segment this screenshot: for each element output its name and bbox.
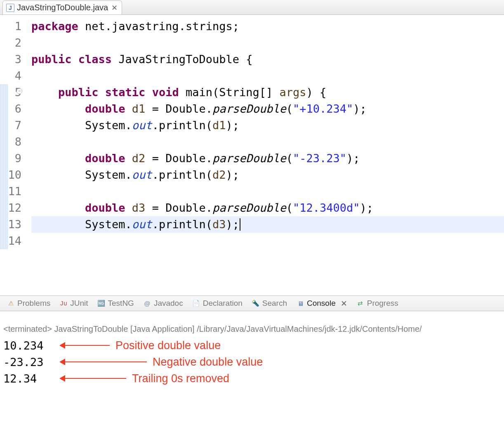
annotation-text: Trailing 0s removed [132,372,229,385]
console-output-row: -23.23 Negative double value [3,354,501,370]
arrow-left-icon [64,378,126,379]
console-status-line: <terminated> JavaStringToDouble [Java Ap… [3,324,501,334]
java-file-icon: J [6,4,14,12]
console-output-row: 10.234 Positive double value [3,337,501,354]
text-cursor [240,218,240,231]
views-tab-bar: ⚠Problems JᴜJUnit 🆖TestNG @Javadoc 📄Decl… [0,295,504,311]
tab-junit[interactable]: JᴜJUnit [56,296,91,311]
collapse-icon[interactable]: − [16,88,22,94]
flashlight-icon: 🔦 [252,299,260,307]
output-value: 10.234 [3,339,61,352]
code-editor[interactable]: 1 2 3 4 5− 6 7 8 9 10 11 12 13 14 packag… [0,15,504,295]
tab-progress[interactable]: ⇄Progress [353,296,402,311]
code-text[interactable]: package net.javastring.strings; public c… [26,15,504,295]
junit-icon: Jᴜ [59,299,68,307]
at-icon: @ [143,299,151,307]
progress-icon: ⇄ [356,299,365,307]
tab-search[interactable]: 🔦Search [248,296,290,311]
tab-javadoc[interactable]: @Javadoc [140,296,186,311]
editor-tab[interactable]: J JavaStringToDouble.java ✕ [2,0,122,14]
tab-bar: J JavaStringToDouble.java ✕ [0,0,504,15]
declaration-icon: 📄 [192,299,200,307]
tab-console[interactable]: 🖥Console✕ [293,296,351,311]
annotation-text: Negative double value [153,356,263,369]
output-value: -23.23 [3,356,61,369]
close-icon[interactable]: ✕ [341,299,347,308]
annotation-text: Positive double value [115,339,221,352]
tab-problems[interactable]: ⚠Problems [3,296,54,311]
arrow-left-icon [64,345,110,346]
console-panel: <terminated> JavaStringToDouble [Java Ap… [0,311,504,430]
testng-icon: 🆖 [97,299,106,307]
tab-title: JavaStringToDouble.java [17,3,108,12]
tab-testng[interactable]: 🆖TestNG [94,296,137,311]
tab-declaration[interactable]: 📄Declaration [189,296,246,311]
line-number-gutter: 1 2 3 4 5− 6 7 8 9 10 11 12 13 14 [0,15,26,295]
console-output-row: 12.34 Trailing 0s removed [3,370,501,387]
close-icon[interactable]: ✕ [111,3,118,12]
output-value: 12.34 [3,372,61,385]
warning-icon: ⚠ [7,299,15,307]
arrow-left-icon [64,361,147,362]
console-icon: 🖥 [296,299,304,307]
